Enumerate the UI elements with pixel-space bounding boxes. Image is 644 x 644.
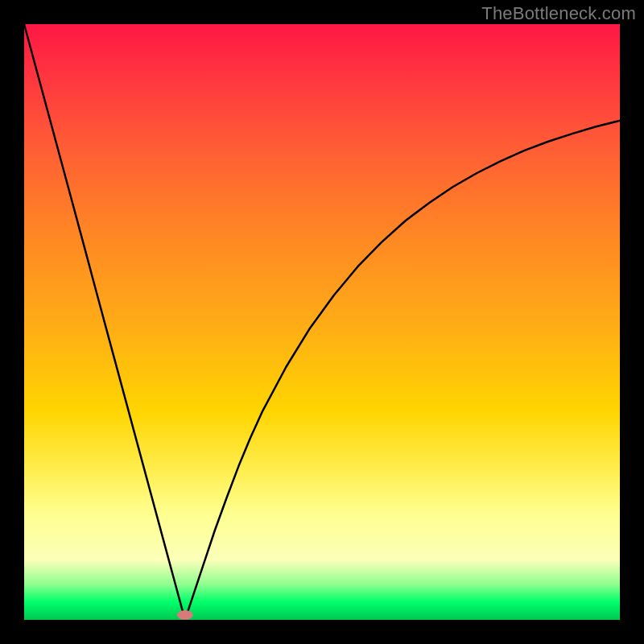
chart-container: TheBottleneck.com (0, 0, 644, 644)
watermark-text: TheBottleneck.com (481, 3, 636, 24)
min-marker (177, 610, 193, 620)
plot-area (24, 24, 620, 620)
curve-layer (24, 24, 620, 620)
bottleneck-curve (24, 24, 620, 620)
